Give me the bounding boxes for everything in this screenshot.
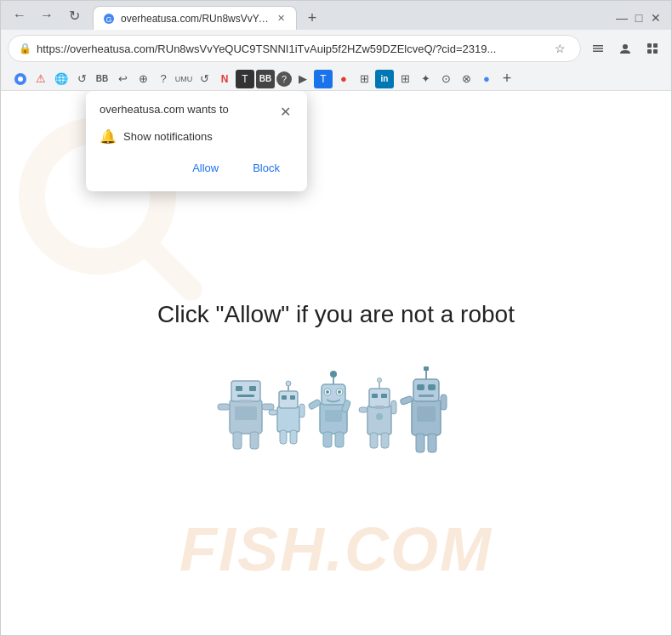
ext-plus-icon[interactable]: ⊕ <box>134 70 152 88</box>
ext-circle-icon[interactable]: ⊙ <box>436 70 455 88</box>
svg-rect-21 <box>262 404 274 410</box>
svg-point-41 <box>326 390 329 394</box>
popup-buttons: Allow Block <box>100 156 293 179</box>
svg-rect-49 <box>369 389 390 407</box>
svg-rect-61 <box>413 379 439 401</box>
svg-point-38 <box>330 371 337 378</box>
tab-bar-right: — □ ✕ <box>324 9 664 30</box>
svg-rect-27 <box>282 395 287 400</box>
ext-warning-icon[interactable]: ⚠ <box>31 70 50 88</box>
star-icon[interactable]: ☆ <box>550 38 570 59</box>
ext-play-icon[interactable]: ▶ <box>293 70 312 88</box>
svg-rect-2 <box>593 45 603 47</box>
svg-rect-4 <box>593 51 603 53</box>
refresh-button[interactable]: ↻ <box>62 3 86 27</box>
svg-rect-7 <box>653 43 658 48</box>
svg-rect-56 <box>381 433 389 448</box>
extensions-button[interactable] <box>641 37 664 60</box>
forward-button[interactable]: → <box>35 3 59 27</box>
ext-chrome-icon[interactable] <box>11 70 30 88</box>
profile-button[interactable] <box>613 37 637 60</box>
ext-grid-icon[interactable]: ⊞ <box>355 70 373 88</box>
ext-q2-icon[interactable]: ? <box>276 71 292 87</box>
tab-favicon: G <box>102 12 116 26</box>
maximize-button[interactable]: □ <box>630 9 647 26</box>
browser-window: ← → ↻ G overheatusa.com/RUn8wsVvYeQUC9TS… <box>0 0 672 636</box>
ext-star-icon[interactable]: ✦ <box>416 70 435 88</box>
ext-q1-icon[interactable]: ? <box>154 70 173 88</box>
ext-bb2-icon[interactable]: BB <box>256 70 275 88</box>
popup-close-button[interactable]: ✕ <box>276 103 293 120</box>
svg-rect-16 <box>236 386 242 391</box>
ext-refresh-icon[interactable]: ↺ <box>72 70 91 88</box>
ext-dot2-icon[interactable]: ● <box>477 70 496 88</box>
svg-rect-70 <box>428 434 436 452</box>
svg-rect-23 <box>250 432 259 449</box>
svg-rect-24 <box>235 406 257 420</box>
svg-rect-54 <box>391 400 396 414</box>
ext-globe-icon[interactable]: 🌐 <box>52 70 71 88</box>
svg-rect-8 <box>647 49 652 54</box>
title-bar: ← → ↻ G overheatusa.com/RUn8wsVvYeQUC9TS… <box>1 1 671 30</box>
allow-button[interactable]: Allow <box>179 156 232 179</box>
active-tab[interactable]: G overheatusa.com/RUn8wsVvYeQUC9TSNNI1iT… <box>93 6 297 30</box>
toolbar-right <box>586 37 664 60</box>
svg-point-30 <box>286 381 291 386</box>
svg-rect-47 <box>325 410 342 422</box>
minimize-button[interactable]: — <box>613 9 630 26</box>
svg-rect-33 <box>280 430 287 444</box>
address-bar[interactable]: 🔒 https://overheatusa.com/RUn8wsVvYeQUC9… <box>8 35 581 62</box>
address-text: https://overheatusa.com/RUn8wsVvYeQUC9TS… <box>37 43 544 55</box>
svg-rect-63 <box>424 366 429 371</box>
ext-dot-icon[interactable]: ● <box>334 70 353 88</box>
popup-notification-row: 🔔 Show notifications <box>100 128 293 145</box>
svg-rect-68 <box>441 395 447 410</box>
tab-close-button[interactable]: ✕ <box>274 12 288 26</box>
page-content: FISH.COM overheatusa.com wants to ✕ 🔔 Sh… <box>1 91 671 635</box>
popup-notification-text: Show notifications <box>123 130 213 143</box>
popup-header: overheatusa.com wants to ✕ <box>100 103 293 120</box>
ext-t1-icon[interactable]: T <box>236 70 254 88</box>
svg-rect-28 <box>290 395 295 400</box>
svg-rect-9 <box>653 49 658 54</box>
svg-rect-66 <box>419 395 434 397</box>
close-button[interactable]: ✕ <box>647 9 664 26</box>
svg-point-11 <box>18 77 23 82</box>
svg-rect-69 <box>416 434 424 452</box>
block-button[interactable]: Block <box>239 156 293 179</box>
new-tab-button[interactable]: + <box>300 6 324 30</box>
ext-in-icon[interactable]: in <box>375 70 394 88</box>
svg-rect-26 <box>279 391 298 408</box>
svg-rect-67 <box>400 395 413 405</box>
ext-bb-icon[interactable]: BB <box>93 70 111 88</box>
lock-icon: 🔒 <box>19 43 31 54</box>
svg-point-59 <box>378 378 382 383</box>
ext-add-icon[interactable]: + <box>498 70 516 88</box>
svg-rect-53 <box>359 407 367 412</box>
ext-grid2-icon[interactable]: ⊞ <box>396 70 414 88</box>
back-button[interactable]: ← <box>8 3 31 27</box>
svg-point-57 <box>376 413 383 420</box>
svg-rect-55 <box>370 433 378 448</box>
notification-popup: overheatusa.com wants to ✕ 🔔 Show notifi… <box>86 91 307 191</box>
chrome-menu-button[interactable] <box>586 37 610 60</box>
ext-umu-icon[interactable]: UMU <box>174 70 193 88</box>
ext-ccw-icon[interactable]: ↺ <box>195 70 214 88</box>
svg-point-42 <box>338 390 341 394</box>
svg-text:G: G <box>105 15 111 24</box>
svg-rect-51 <box>381 394 387 398</box>
extensions-bar: ⚠ 🌐 ↺ BB ↩ ⊕ ? UMU ↺ N T BB ? ▶ T ● ⊞ in… <box>1 67 671 91</box>
svg-rect-25 <box>277 406 299 432</box>
address-bar-row: 🔒 https://overheatusa.com/RUn8wsVvYeQUC9… <box>1 30 671 67</box>
svg-rect-22 <box>233 432 242 449</box>
svg-rect-52 <box>375 406 384 409</box>
robots-illustration <box>213 349 459 459</box>
svg-rect-32 <box>299 404 305 417</box>
ext-t2-icon[interactable]: T <box>314 70 333 88</box>
svg-rect-31 <box>269 410 277 415</box>
ext-x-circle-icon[interactable]: ⊗ <box>457 70 476 88</box>
svg-rect-71 <box>417 406 436 422</box>
ext-n-icon[interactable]: N <box>215 70 234 88</box>
page-main-content: Click "Allow" if you are not a robot <box>157 301 515 459</box>
ext-arrow-icon[interactable]: ↩ <box>113 70 132 88</box>
